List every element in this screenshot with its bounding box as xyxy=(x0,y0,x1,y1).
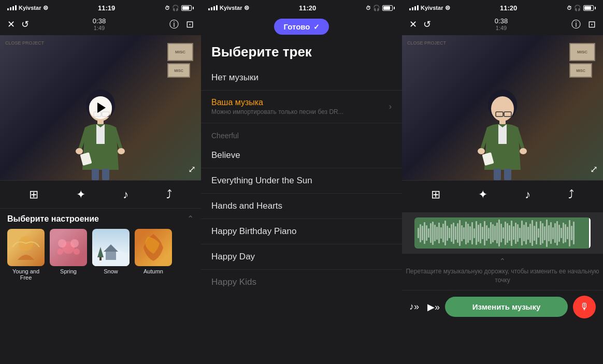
track-item-happy-kids[interactable]: Happy Kids xyxy=(201,270,402,295)
waveform-bar xyxy=(484,221,485,245)
carrier-center: Kyivstar xyxy=(220,5,242,11)
track-item-no-music[interactable]: Нет музыки xyxy=(201,65,402,91)
waveform-bar xyxy=(515,223,516,244)
section-header-cheerful: Cheerful xyxy=(201,123,402,143)
bottom-toolbar-left: ⊞ ✦ ♪ ⤴ xyxy=(0,180,201,208)
share-button-right[interactable]: ⤴ xyxy=(568,188,574,201)
fullscreen-button-left[interactable]: ⊡ xyxy=(186,19,194,30)
undo-button-right[interactable]: ↺ xyxy=(423,19,431,30)
track-item-hands[interactable]: Hands and Hearts xyxy=(201,194,402,219)
svg-rect-10 xyxy=(102,169,109,180)
mood-thumb-autumn xyxy=(135,229,172,266)
waveform-bar xyxy=(432,222,434,245)
fullscreen-button-right[interactable]: ⊡ xyxy=(588,19,596,30)
music-button-left[interactable]: ♪ xyxy=(123,188,128,201)
track-item-happy-birthday[interactable]: Happy Birthday Piano xyxy=(201,219,402,244)
done-check-icon: ✓ xyxy=(313,23,320,31)
mood-header: Выберите настроение ⌃ xyxy=(7,214,194,224)
wifi-icon-left: ⊜ xyxy=(43,4,48,11)
done-button[interactable]: Готово ✓ xyxy=(274,19,328,35)
waveform-bar xyxy=(558,225,560,242)
no-music-label: Нет музыки xyxy=(211,72,259,83)
waveform-bar xyxy=(430,223,432,243)
video-mix-icon[interactable]: ▶» xyxy=(427,301,440,313)
waveform-bar xyxy=(500,224,502,242)
waveform-bar xyxy=(517,224,519,242)
waveform-bar xyxy=(476,221,477,245)
waveform-bar xyxy=(455,226,456,240)
svg-point-23 xyxy=(491,96,514,121)
mood-label-spring: Spring xyxy=(60,268,77,274)
waveform-bar xyxy=(428,228,429,238)
action-icons-left: ♪» ▶» xyxy=(409,301,440,313)
info-button-right[interactable]: ⓘ xyxy=(571,18,581,31)
track-list: Нет музыки Ваша музыка Можно импортирова… xyxy=(201,65,402,364)
close-button-left[interactable]: ✕ xyxy=(7,19,15,30)
time-center: 11:20 xyxy=(299,4,316,12)
waveform-track[interactable] xyxy=(414,217,591,249)
status-left: Kyivstar ⊜ xyxy=(7,4,48,11)
waveform-bar xyxy=(444,221,446,245)
info-button-left[interactable]: ⓘ xyxy=(169,18,179,31)
mic-icon: 🎙 xyxy=(580,301,589,312)
mood-item-spring[interactable]: Spring xyxy=(50,229,87,281)
cam-icon-center: ⏱ xyxy=(366,5,371,11)
close-button-right[interactable]: ✕ xyxy=(409,19,417,30)
track-item-everything[interactable]: Everything Under the Sun xyxy=(201,168,402,194)
your-music-content: Ваша музыка Можно импортировать только п… xyxy=(211,98,343,115)
waveform-area[interactable] xyxy=(402,212,603,254)
waveform-bar xyxy=(546,220,548,247)
grid-button-right[interactable]: ⊞ xyxy=(431,188,440,201)
waveform-bar xyxy=(529,224,531,243)
waveform-bar xyxy=(459,220,461,246)
waveform-bar xyxy=(494,226,496,240)
expand-icon-left[interactable]: ⤢ xyxy=(188,164,196,175)
track-item-happy-day[interactable]: Happy Day xyxy=(201,244,402,270)
star-button-right[interactable]: ✦ xyxy=(478,188,487,201)
cam-icon-right: ⏱ xyxy=(567,5,572,11)
drag-hint-text: Перетащите музыкальную дорожку, чтобы из… xyxy=(402,267,603,285)
mood-chevron-icon[interactable]: ⌃ xyxy=(187,214,194,224)
track-item-your-music[interactable]: Ваша музыка Можно импортировать только п… xyxy=(201,91,402,123)
star-button-left[interactable]: ✦ xyxy=(76,188,85,201)
waveform-bar xyxy=(519,228,521,238)
mood-thumb-spring xyxy=(50,229,87,266)
waveform-bar xyxy=(467,224,469,243)
waveform-bar xyxy=(424,222,425,244)
expand-icon-right[interactable]: ⤢ xyxy=(590,164,598,175)
video-area-right: MISC MISC CLOSE PROJECT xyxy=(402,35,603,180)
your-music-chevron-icon: › xyxy=(389,102,392,111)
top-bar-right-right: ⓘ ⊡ xyxy=(571,18,596,31)
time-right: 11:20 xyxy=(500,4,517,12)
mood-label-young: Young andFree xyxy=(12,268,39,281)
grid-button-left[interactable]: ⊞ xyxy=(29,188,38,201)
mood-item-young[interactable]: Young andFree xyxy=(7,229,45,281)
headphone-icon-right: 🎧 xyxy=(574,5,581,11)
microphone-button[interactable]: 🎙 xyxy=(573,296,596,318)
waveform-bar xyxy=(534,226,535,241)
cam-icon-left: ⏱ xyxy=(165,5,170,11)
your-music-label: Ваша музыка xyxy=(211,98,343,107)
waveform-bar xyxy=(498,220,500,246)
mood-title: Выберите настроение xyxy=(7,214,99,224)
waveform-bar xyxy=(451,224,452,242)
share-button-left[interactable]: ⤴ xyxy=(166,188,172,201)
carrier-left: Kyivstar xyxy=(19,5,41,11)
drag-chevron-icon: ⌃ xyxy=(499,257,506,265)
track-item-believe[interactable]: Believe xyxy=(201,143,402,168)
undo-button-left[interactable]: ↺ xyxy=(21,19,29,30)
center-panel: Kyivstar ⊜ 11:20 ⏱ 🎧 Готово ✓ Выберите т… xyxy=(201,0,402,364)
play-button-left[interactable] xyxy=(89,96,112,119)
waveform-bar xyxy=(488,228,490,239)
change-music-button[interactable]: Изменить музыку xyxy=(445,297,568,317)
mood-label-snow: Snow xyxy=(104,268,118,274)
mood-item-snow[interactable]: Snow xyxy=(92,229,130,281)
audio-mix-icon[interactable]: ♪» xyxy=(409,301,419,312)
mood-thumb-snow xyxy=(92,229,130,266)
waveform-bar xyxy=(511,221,512,246)
music-button-right[interactable]: ♪ xyxy=(525,188,530,201)
happy-birthday-label: Happy Birthday Piano xyxy=(211,226,296,237)
waveform-bar xyxy=(503,227,504,239)
believe-label: Believe xyxy=(211,150,240,161)
mood-item-autumn[interactable]: Autumn xyxy=(135,229,172,281)
